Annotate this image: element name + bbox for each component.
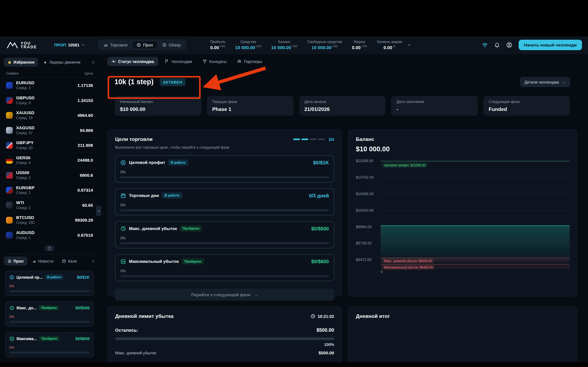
list-item[interactable]: XAUUSDСпред: 19 4864.60 — [3, 108, 96, 123]
tab-prop-panel[interactable]: Проп — [4, 257, 27, 266]
goal-progress-bar — [121, 176, 329, 178]
list-item[interactable]: EURUSDСпред: 3 1.17136 — [3, 78, 96, 93]
goal-progress-bar — [9, 290, 90, 292]
watchlist-panel: Избранное Лидеры движени Символ Цена EUR… — [3, 57, 96, 363]
account-selector[interactable]: ПРОП 10581 — [54, 43, 85, 47]
goal-label: Целевой пр... — [17, 275, 43, 279]
list-item[interactable]: US500Спред: 2 6800.6 — [3, 168, 96, 183]
tab-news[interactable]: Новости — [28, 257, 57, 266]
panel-tabs-scroll-button[interactable] — [91, 259, 95, 263]
symbol-price: 89309.29 — [75, 218, 93, 222]
info-value: - — [397, 106, 472, 112]
symbol-icon — [6, 112, 13, 118]
goal-value: $0/$500 — [311, 226, 329, 231]
sidebar-goal-profit[interactable]: Целевой пр... В работе $0/$1K 0% — [5, 271, 94, 296]
tab-challenges[interactable]: Челленджи — [160, 57, 196, 66]
main-panel: Статус челленджа Челленджи Конкурсы Парт… — [104, 57, 578, 363]
stat-balance: Баланс 10 000.00USD — [271, 40, 297, 50]
activity-icon — [112, 59, 116, 64]
sidebar-goal-max-loss[interactable]: Максима... Пройдено $0/$600 0% — [5, 332, 94, 357]
symbol-price: 211.908 — [78, 143, 93, 147]
clock-icon — [311, 314, 315, 319]
chevron-down-icon — [81, 43, 85, 47]
symbol-spread: Спред: 1 — [16, 191, 35, 195]
symbol-spread: Спред: 9 — [16, 101, 35, 105]
y-tick: $9984.00 — [356, 225, 378, 229]
stat-unit: USD — [256, 45, 261, 48]
list-item[interactable]: WTIСпред: 2 60.65 — [3, 198, 96, 213]
stat-value: 10 000.00 — [271, 45, 291, 50]
stat-label: Свободные средства — [307, 40, 342, 44]
daily-loss-annotation: Макс. дневной убыток: $9500.00 — [382, 258, 434, 264]
list-item[interactable]: AUDUSDСпред: 1 0.67510 — [3, 228, 96, 243]
balance-card-title: Баланс — [356, 136, 570, 142]
list-item[interactable]: EURGBPСпред: 1 0.87314 — [3, 183, 96, 198]
symbol-name: BTCUSD — [16, 215, 35, 220]
next-phase-button[interactable]: Перейти к следующей фазе → — [115, 289, 334, 301]
goals-card-subtitle: Выполните все торговые цели, чтобы перей… — [115, 145, 334, 150]
goal-label: Макс. дневной убыток — [129, 226, 177, 231]
stat-value: 10 000.00 — [235, 45, 255, 50]
info-label: Следующая фаза — [489, 100, 565, 104]
tab-calendar[interactable]: Кале — [58, 257, 81, 266]
tab-movers[interactable]: Лидеры движени — [39, 58, 84, 67]
sidebar-goal-daily-loss[interactable]: Макс. дн... Пройдено $0/$500 0% — [5, 301, 94, 327]
column-symbol: Символ — [6, 71, 19, 75]
tab-prop-label: Проп — [13, 259, 24, 263]
tab-challenge-status[interactable]: Статус челленджа — [107, 57, 158, 66]
symbol-spread: Спред: 19 — [16, 116, 34, 120]
watchlist-resize-handle[interactable] — [45, 245, 54, 251]
profit-target-line — [380, 161, 570, 161]
list-item[interactable]: GBPJPYСпред: 20 211.908 — [3, 138, 96, 153]
daily-limit-timer: 10:21:02 — [311, 314, 334, 319]
nav-overview[interactable]: Обзор — [157, 41, 185, 49]
list-item[interactable]: BTCUSDСпред: 250 89309.29 — [3, 213, 96, 227]
goal-profit-target[interactable]: Целевой профит В работе $0/$1K 0% — [115, 155, 334, 182]
gridline — [380, 210, 570, 210]
stat-profit: Прибыль 0.00USD — [210, 40, 225, 50]
goal-value: 0/3 дней — [309, 193, 329, 198]
symbol-spread: Спред: 2 — [16, 206, 31, 210]
stats-expand-chevron-icon[interactable] — [407, 43, 412, 47]
tab-contests[interactable]: Конкурсы — [199, 57, 231, 66]
balance-chart: $11008.00 $10752.00 $10496.00 $10240.00 … — [356, 158, 570, 277]
target-icon — [136, 43, 141, 47]
arrow-right-icon: → — [254, 292, 258, 297]
account-type-label: ПРОП — [54, 43, 66, 47]
list-item[interactable]: GER30Спред: 6 24498.0 — [3, 153, 96, 167]
challenge-details-button[interactable]: Детали челленджа → — [520, 77, 570, 87]
nav-trading[interactable]: Торговля — [99, 41, 132, 49]
symbol-name: GBPUSD — [16, 95, 35, 100]
symbol-icon — [6, 127, 13, 133]
list-item[interactable]: GBPUSDСпред: 9 1.34153 — [3, 93, 96, 108]
goal-max-daily-loss[interactable]: Макс. дневной убыток Пройдено $0/$500 0% — [115, 221, 334, 248]
tab-news-label: Новости — [38, 259, 53, 263]
profile-button[interactable] — [506, 42, 512, 48]
timer-value: 10:21:02 — [318, 314, 334, 318]
logo-line2: TRADE — [21, 45, 37, 49]
stat-unit: USD — [361, 45, 367, 48]
goal-trading-days[interactable]: Торговые дни В работе 0/3 дней 0% — [115, 188, 334, 215]
tabs-scroll-button[interactable] — [91, 60, 95, 64]
symbol-name: WTI — [16, 200, 31, 205]
goal-max-loss[interactable]: Максимальный убыток Пройдено $0/$600 0% — [115, 254, 334, 281]
info-value: Phase 1 — [212, 106, 288, 112]
y-tick: $10496.00 — [356, 192, 378, 196]
stat-unit: USD — [220, 45, 225, 48]
goal-percent: 0% — [121, 236, 126, 240]
nav-prop[interactable]: Проп — [132, 41, 157, 49]
tab-partners[interactable]: Партнеры — [233, 57, 266, 66]
goal-percent: 0% — [9, 346, 14, 349]
nav-overview-label: Обзор — [169, 43, 181, 47]
symbol-price: 24498.0 — [77, 158, 93, 162]
list-item[interactable]: XAGUSDСпред: 37 94.869 — [3, 123, 96, 138]
nav-prop-label: Проп — [143, 43, 153, 47]
symbol-name: US500 — [16, 170, 31, 175]
goal-progress-bar — [121, 242, 329, 244]
notifications-button[interactable] — [494, 42, 500, 48]
new-challenge-button[interactable]: Начать новый челлендж — [519, 40, 582, 50]
tab-favorites[interactable]: Избранное — [4, 58, 38, 67]
daily-limit-title: Дневной лимит убытка — [115, 313, 173, 319]
stat-margin: Маржа 0.00USD — [352, 40, 367, 50]
sidebar-collapse-handle[interactable] — [96, 206, 101, 216]
